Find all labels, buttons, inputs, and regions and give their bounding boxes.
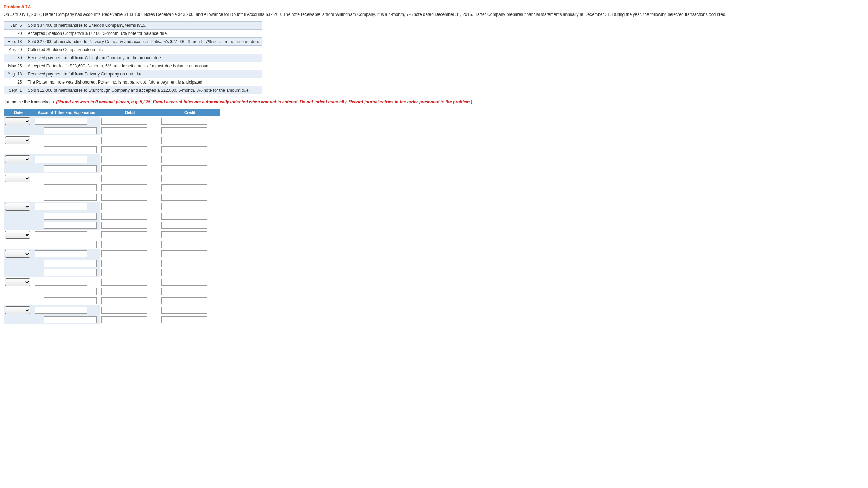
debit-input[interactable] [101,260,147,267]
account-title-input[interactable] [35,175,87,182]
debit-input[interactable] [101,241,147,248]
journal-header-debit: Debit [100,109,160,116]
transaction-description: Sold $37,400 of merchandise to Sheldon C… [25,22,262,30]
credit-input[interactable] [161,213,207,220]
account-title-input[interactable] [44,127,97,134]
transaction-description: Received payment in full from Patwary Co… [25,70,262,78]
account-title-input[interactable] [35,279,87,286]
transaction-date: Jan. 5 [4,22,25,30]
debit-input[interactable] [101,127,147,134]
account-title-input[interactable] [44,241,97,248]
account-title-input[interactable] [44,146,97,153]
credit-input[interactable] [161,260,207,267]
account-title-input[interactable] [44,269,97,276]
account-title-input[interactable] [35,231,87,238]
transaction-date: 25 [4,78,25,86]
debit-input[interactable] [101,213,147,220]
debit-input[interactable] [101,231,147,238]
journal-row [4,135,220,145]
credit-input[interactable] [161,250,207,257]
credit-input[interactable] [161,307,207,314]
date-select[interactable] [5,231,30,239]
journalize-instruction: Journalize the transactions. (Round answ… [4,99,864,104]
transaction-description: Accepted Sheldon Company's $37,400, 3-mo… [25,30,262,38]
credit-input[interactable] [161,127,207,134]
account-title-input[interactable] [44,222,97,229]
debit-input[interactable] [101,222,147,229]
debit-input[interactable] [101,137,147,144]
journal-row [4,287,220,296]
debit-input[interactable] [101,297,147,304]
journal-row [4,116,220,126]
transaction-date: Sept. 1 [4,86,25,94]
credit-input[interactable] [161,137,207,144]
credit-input[interactable] [161,297,207,304]
journal-row [4,249,220,259]
debit-input[interactable] [101,118,147,125]
date-select[interactable] [5,175,30,182]
date-select[interactable] [5,155,30,163]
credit-input[interactable] [161,146,207,153]
account-title-input[interactable] [35,307,87,314]
journal-row [4,126,220,135]
account-title-input[interactable] [44,165,97,172]
date-select[interactable] [5,117,30,125]
debit-input[interactable] [101,288,147,295]
debit-input[interactable] [101,146,147,153]
account-title-input[interactable] [44,184,97,191]
credit-input[interactable] [161,194,207,201]
credit-input[interactable] [161,165,207,172]
account-title-input[interactable] [35,137,87,144]
transactions-table: Jan. 5Sold $37,400 of merchandise to She… [4,21,262,94]
debit-input[interactable] [101,269,147,276]
debit-input[interactable] [101,203,147,210]
debit-input[interactable] [101,156,147,163]
journal-row [4,183,220,193]
debit-input[interactable] [101,175,147,182]
journal-row [4,145,220,154]
credit-input[interactable] [161,156,207,163]
transaction-description: Collected Sheldon Company note in full. [25,46,262,54]
credit-input[interactable] [161,241,207,248]
credit-input[interactable] [161,279,207,286]
credit-input[interactable] [161,231,207,238]
account-title-input[interactable] [44,297,97,304]
journal-row [4,315,220,324]
debit-input[interactable] [101,194,147,201]
credit-input[interactable] [161,222,207,229]
account-title-input[interactable] [44,213,97,220]
credit-input[interactable] [161,184,207,191]
date-select[interactable] [5,250,30,258]
account-title-input[interactable] [35,203,87,210]
account-title-input[interactable] [44,194,97,201]
debit-input[interactable] [101,316,147,323]
journal-header-date: Date [4,109,33,116]
date-select[interactable] [5,203,30,211]
credit-input[interactable] [161,118,207,125]
transaction-date: Apr. 20 [4,46,25,54]
account-title-input[interactable] [35,250,87,257]
transaction-date: Feb. 18 [4,38,25,46]
credit-input[interactable] [161,203,207,210]
debit-input[interactable] [101,279,147,286]
debit-input[interactable] [101,250,147,257]
transaction-description: Sold $27,000 of merchandise to Patwary C… [25,38,262,46]
debit-input[interactable] [101,307,147,314]
journal-header-account: Account Titles and Explanation [33,109,100,116]
credit-input[interactable] [161,269,207,276]
debit-input[interactable] [101,184,147,191]
date-select[interactable] [5,306,30,314]
credit-input[interactable] [161,288,207,295]
debit-input[interactable] [101,165,147,172]
credit-input[interactable] [161,175,207,182]
account-title-input[interactable] [44,316,97,323]
date-select[interactable] [5,136,30,144]
credit-input[interactable] [161,316,207,323]
problem-title: Problem 8-7A [4,5,864,10]
account-title-input[interactable] [35,156,87,163]
account-title-input[interactable] [44,288,97,295]
date-select[interactable] [5,278,30,286]
account-title-input[interactable] [35,118,87,125]
account-title-input[interactable] [44,260,97,267]
journal-row [4,212,220,221]
